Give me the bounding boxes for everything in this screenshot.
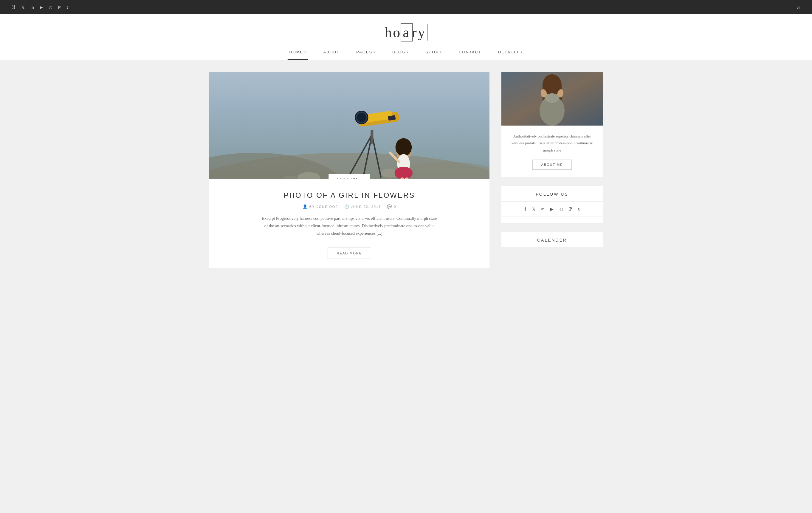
instagram-icon[interactable]: ◎	[49, 5, 52, 9]
post-title: PHOTO OF A GIRL IN FLOWERS	[218, 191, 481, 199]
linkedin-icon[interactable]: in	[30, 5, 34, 9]
post-date: 🕐 JUNE 22, 2017	[344, 204, 381, 209]
nav-item-home[interactable]: HOME ▾	[281, 45, 315, 60]
sidebar-instagram-icon[interactable]: ◎	[559, 207, 563, 212]
sidebar-social-icons: f 𝕏 in ▶ ◎ P t	[501, 201, 603, 217]
twitter-icon[interactable]: 𝕏	[21, 5, 24, 9]
sidebar-about-text: Authoritatively orchestrate superior cha…	[508, 133, 597, 154]
post-meta: 👤 BY JONE DOE 🕐 JUNE 22, 2017 💬 0	[218, 204, 481, 209]
sidebar-tumblr-icon[interactable]: t	[578, 207, 579, 212]
home-caret: ▾	[304, 50, 307, 54]
sidebar-youtube-icon[interactable]: ▶	[550, 207, 554, 212]
sidebar-about-image	[501, 72, 603, 126]
post-body: PHOTO OF A GIRL IN FLOWERS 👤 BY JONE DOE…	[209, 179, 490, 268]
sidebar-about-body: Authoritatively orchestrate superior cha…	[501, 126, 603, 177]
nav-item-about[interactable]: ABOUT	[315, 45, 348, 60]
nav-item-contact[interactable]: CONTACT	[451, 45, 490, 60]
pinterest-icon[interactable]: P	[58, 5, 61, 9]
clock-icon: 🕐	[344, 204, 349, 209]
about-me-button[interactable]: ABOUT ME	[532, 160, 572, 170]
main-wrapper: LIFESTYLE PHOTO OF A GIRL IN FLOWERS 👤 B…	[197, 72, 615, 280]
sidebar-follow-widget: FOLLOW US f 𝕏 in ▶ ◎ P t	[501, 186, 603, 223]
sidebar-facebook-icon[interactable]: f	[524, 207, 526, 212]
default-caret: ▾	[521, 50, 523, 54]
post-author: 👤 BY JONE DOE	[302, 204, 338, 209]
sidebar: Authoritatively orchestrate superior cha…	[501, 72, 603, 280]
svg-point-19	[395, 167, 413, 179]
content-area: LIFESTYLE PHOTO OF A GIRL IN FLOWERS 👤 B…	[209, 72, 490, 280]
svg-point-32	[545, 93, 559, 103]
top-bar-social-icons: f 𝕏 in ▶ ◎ P t	[12, 4, 68, 10]
post-card: LIFESTYLE PHOTO OF A GIRL IN FLOWERS 👤 B…	[209, 72, 490, 268]
sidebar-pinterest-icon[interactable]: P	[569, 207, 572, 212]
nav-item-shop[interactable]: SHOP ▾	[417, 45, 451, 60]
sidebar-linkedin-icon[interactable]: in	[541, 207, 545, 211]
follow-us-title: FOLLOW US	[501, 186, 603, 201]
facebook-icon[interactable]: f	[12, 4, 15, 10]
nav-item-pages[interactable]: PAGES ▾	[348, 45, 384, 60]
tumblr-icon[interactable]: t	[66, 5, 68, 9]
sidebar-about-widget: Authoritatively orchestrate superior cha…	[501, 72, 603, 177]
post-image	[209, 72, 490, 179]
search-icon[interactable]: ⌕	[797, 4, 800, 10]
youtube-icon[interactable]: ▶	[40, 5, 43, 9]
blog-caret: ▾	[407, 50, 409, 54]
top-bar: f 𝕏 in ▶ ◎ P t ⌕	[0, 0, 812, 14]
sidebar-twitter-icon[interactable]: 𝕏	[532, 207, 535, 212]
post-image-wrapper: LIFESTYLE	[209, 72, 490, 179]
post-excerpt: Excerpt Progressively harness competitiv…	[260, 215, 439, 237]
category-badge[interactable]: LIFESTYLE	[328, 174, 370, 179]
svg-point-14	[357, 113, 366, 122]
pages-caret: ▾	[374, 50, 376, 54]
sidebar-calendar-widget: CALENDER	[501, 232, 603, 247]
calendar-title: CALENDER	[501, 232, 603, 247]
shop-caret: ▾	[440, 50, 442, 54]
read-more-button[interactable]: READ MORE	[328, 247, 371, 259]
site-logo[interactable]: hoary	[0, 23, 812, 42]
site-header: hoary	[0, 14, 812, 45]
nav-item-blog[interactable]: BLOG ▾	[384, 45, 417, 60]
post-comments: 💬 0	[387, 204, 396, 209]
author-icon: 👤	[302, 204, 308, 209]
svg-point-17	[396, 138, 412, 156]
svg-rect-15	[371, 130, 373, 143]
comment-icon: 💬	[387, 204, 392, 209]
main-nav: HOME ▾ ABOUT PAGES ▾ BLOG ▾ SHOP ▾ CONTA…	[0, 45, 812, 60]
nav-item-default[interactable]: DEFAULT ▾	[490, 45, 531, 60]
